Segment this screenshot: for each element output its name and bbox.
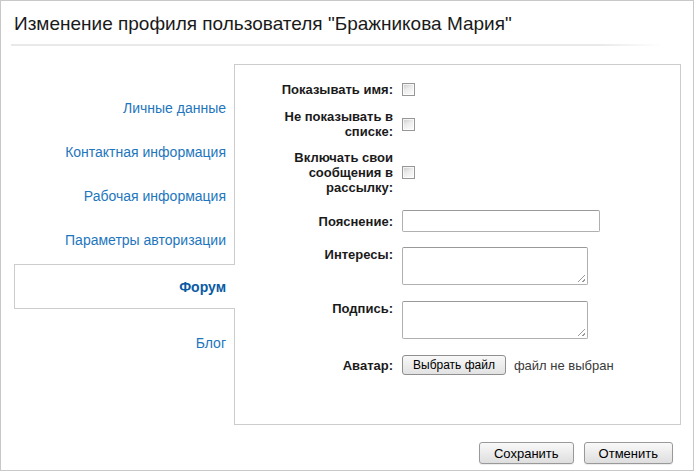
hide-in-list-label: Не показывать в списке: bbox=[235, 109, 393, 139]
description-label: Пояснение: bbox=[235, 214, 393, 229]
form-row-hide-in-list: Не показывать в списке: bbox=[235, 109, 680, 139]
form-row-include-messages: Включать свои сообщения в рассылку: bbox=[235, 150, 680, 195]
sidebar-item-authorization[interactable]: Параметры авторизации bbox=[1, 218, 235, 262]
page-title: Изменение профиля пользователя "Бражнико… bbox=[14, 13, 512, 35]
interests-label: Интересы: bbox=[235, 247, 393, 262]
save-button[interactable]: Сохранить bbox=[479, 442, 574, 464]
sidebar-item-label: Личные данные bbox=[123, 100, 226, 116]
hide-in-list-checkbox[interactable] bbox=[402, 118, 415, 131]
show-name-label: Показывать имя: bbox=[235, 82, 393, 97]
file-status-text: файл не выбран bbox=[514, 358, 614, 373]
include-messages-label: Включать свои сообщения в рассылку: bbox=[235, 150, 393, 195]
form-row-interests: Интересы: bbox=[235, 247, 680, 285]
show-name-checkbox[interactable] bbox=[402, 83, 415, 96]
action-bar: Сохранить Отменить bbox=[479, 442, 673, 464]
sidebar-item-label: Блог bbox=[196, 335, 226, 351]
interests-textarea[interactable] bbox=[402, 247, 588, 285]
sidebar-item-personal-data[interactable]: Личные данные bbox=[1, 86, 235, 130]
form-row-signature: Подпись: bbox=[235, 301, 680, 339]
profile-edit-page: Изменение профиля пользователя "Бражнико… bbox=[0, 0, 694, 471]
form-row-description: Пояснение: bbox=[235, 210, 680, 232]
profile-tabs-sidebar: Личные данные Контактная информация Рабо… bbox=[1, 64, 235, 365]
description-input[interactable] bbox=[402, 210, 600, 232]
choose-file-button[interactable]: Выбрать файл bbox=[402, 355, 506, 375]
cancel-button[interactable]: Отменить bbox=[584, 442, 673, 464]
sidebar-item-work-info[interactable]: Рабочая информация bbox=[1, 174, 235, 218]
form-row-avatar: Аватар: Выбрать файл файл не выбран bbox=[235, 355, 680, 375]
avatar-label: Аватар: bbox=[235, 358, 393, 373]
sidebar-item-label: Параметры авторизации bbox=[65, 232, 226, 248]
sidebar-item-blog[interactable]: Блог bbox=[1, 321, 235, 365]
forum-settings-panel: Показывать имя: Не показывать в списке: … bbox=[234, 64, 681, 425]
sidebar-item-label: Рабочая информация bbox=[84, 188, 226, 204]
signature-textarea[interactable] bbox=[402, 301, 588, 339]
include-messages-checkbox[interactable] bbox=[402, 166, 415, 179]
title-divider bbox=[11, 44, 663, 46]
sidebar-item-label: Форум bbox=[179, 279, 226, 295]
signature-label: Подпись: bbox=[235, 301, 393, 316]
sidebar-item-forum-active[interactable]: Форум bbox=[14, 264, 235, 309]
form-row-show-name: Показывать имя: bbox=[235, 82, 680, 97]
sidebar-item-contact-info[interactable]: Контактная информация bbox=[1, 130, 235, 174]
sidebar-item-label: Контактная информация bbox=[65, 144, 226, 160]
